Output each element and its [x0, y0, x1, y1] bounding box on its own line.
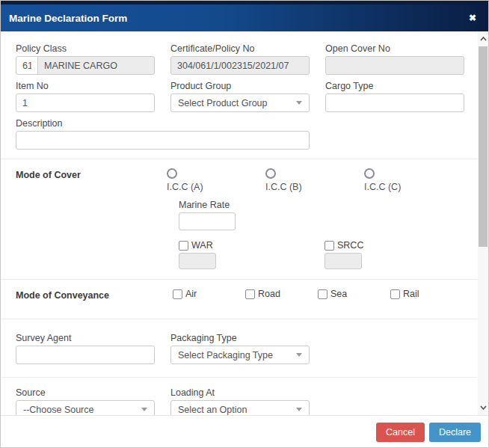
source-label: Source [16, 387, 155, 398]
close-icon[interactable]: ✖ [469, 13, 476, 22]
section-divider [1, 279, 488, 280]
source-field: Source --Choose Source [16, 387, 155, 415]
srcc-checkbox-row[interactable]: SRCC [325, 240, 363, 251]
product-group-label: Product Group [170, 81, 310, 91]
chevron-down-icon [296, 353, 302, 357]
air-label: Air [185, 289, 197, 299]
marine-rate-input[interactable] [179, 212, 236, 230]
loading-at-field: Loading At Select an Option [170, 387, 310, 415]
cargo-type-field: Cargo Type [325, 81, 464, 112]
icc-a-radio[interactable] [167, 168, 177, 179]
loading-at-selected-value: Select an Option [178, 405, 247, 415]
section-divider [1, 159, 488, 159]
road-checkbox[interactable] [245, 289, 255, 299]
war-checkbox[interactable] [179, 241, 188, 251]
policy-class-name-input [37, 56, 155, 75]
survey-packaging-row: Survey Agent Packaging Type Select Packa… [16, 333, 463, 364]
conveyance-rail-option[interactable]: Rail [390, 289, 463, 299]
packaging-type-label: Packaging Type [170, 333, 310, 343]
description-field: Description [16, 118, 310, 150]
open-cover-no-label: Open Cover No [325, 43, 464, 54]
rail-checkbox[interactable] [390, 289, 400, 299]
sea-checkbox[interactable] [318, 289, 327, 299]
marine-rate-field: Marine Rate [179, 200, 463, 230]
survey-agent-label: Survey Agent [16, 333, 155, 343]
mode-of-cover-row: Mode of Cover I.C.C (A) I.C.C (B) I.C.C … [16, 168, 463, 192]
source-loading-row: Source --Choose Source Loading At Select… [16, 387, 463, 415]
war-rate-input [179, 253, 216, 269]
icc-a-label: I.C.C (A) [167, 182, 265, 192]
cargo-type-input[interactable] [325, 93, 464, 112]
description-label: Description [16, 118, 310, 129]
rail-label: Rail [403, 289, 419, 299]
icc-b-radio[interactable] [265, 168, 276, 179]
scroll-down-icon[interactable] [478, 402, 488, 414]
sea-label: Sea [330, 289, 347, 299]
packaging-type-selected-value: Select Packaging Type [178, 350, 273, 360]
policy-class-label: Policy Class [16, 43, 155, 54]
declare-button[interactable]: Declare [429, 423, 481, 442]
icc-c-label: I.C.C (C) [364, 182, 463, 192]
war-label: WAR [191, 240, 213, 251]
source-selected-value: --Choose Source [23, 405, 94, 415]
product-group-select[interactable]: Select Product Group [170, 93, 310, 112]
source-select[interactable]: --Choose Source [16, 400, 155, 415]
cancel-button[interactable]: Cancel [376, 423, 425, 442]
certificate-policy-no-input [170, 56, 310, 75]
form-row-2: Item No Product Group Select Product Gro… [16, 81, 463, 112]
modal-footer: Cancel Declare [1, 415, 488, 448]
war-field: WAR [179, 240, 325, 269]
chevron-down-icon [296, 408, 302, 411]
vertical-scrollbar[interactable] [478, 31, 488, 415]
modal-header: Marine Declaration Form ✖ [1, 1, 488, 31]
loading-at-label: Loading At [170, 387, 310, 398]
scrollbar-thumb[interactable] [479, 46, 488, 247]
marine-declaration-modal: Marine Declaration Form ✖ Policy Class C… [0, 0, 489, 448]
packaging-type-select[interactable]: Select Packaging Type [170, 346, 310, 364]
section-divider [1, 377, 488, 378]
scroll-up-icon[interactable] [478, 33, 488, 45]
road-label: Road [258, 289, 280, 299]
air-checkbox[interactable] [173, 289, 182, 299]
war-checkbox-row[interactable]: WAR [179, 240, 325, 251]
mode-of-cover-options: I.C.C (A) I.C.C (B) I.C.C (C) [167, 168, 463, 192]
srcc-label: SRCC [337, 240, 363, 251]
certificate-policy-no-label: Certificate/Policy No [170, 43, 310, 54]
conveyance-road-option[interactable]: Road [245, 289, 318, 299]
icc-a-option: I.C.C (A) [167, 168, 265, 192]
chevron-down-icon [296, 101, 302, 105]
survey-agent-field: Survey Agent [16, 333, 155, 364]
item-no-field: Item No [16, 81, 155, 112]
policy-class-code-input[interactable] [16, 56, 38, 75]
srcc-field: SRCC [325, 240, 363, 269]
modal-title: Marine Declaration Form [9, 13, 127, 24]
description-input[interactable] [16, 131, 310, 150]
srcc-checkbox[interactable] [325, 241, 334, 251]
cargo-type-label: Cargo Type [325, 81, 464, 91]
icc-c-radio[interactable] [364, 168, 375, 179]
conveyance-air-option[interactable]: Air [173, 289, 245, 299]
conveyance-options: Air Road Sea Rail [173, 289, 463, 299]
icc-b-label: I.C.C (B) [265, 182, 364, 192]
open-cover-no-input [325, 56, 464, 75]
packaging-type-field: Packaging Type Select Packaging Type [170, 333, 310, 364]
srcc-rate-input [325, 253, 362, 269]
war-srcc-row: WAR SRCC [179, 240, 463, 269]
item-no-label: Item No [16, 81, 155, 91]
mode-of-conveyance-label: Mode of Conveyance [16, 289, 173, 301]
conveyance-sea-option[interactable]: Sea [318, 289, 390, 299]
product-group-field: Product Group Select Product Group [170, 81, 310, 112]
form-row-3: Description [16, 118, 463, 150]
icc-b-option: I.C.C (B) [265, 168, 364, 192]
section-divider [1, 319, 488, 319]
policy-class-field: Policy Class [16, 43, 155, 75]
product-group-selected-value: Select Product Group [178, 98, 268, 108]
survey-agent-input[interactable] [16, 346, 155, 364]
open-cover-no-field: Open Cover No [325, 43, 464, 75]
item-no-input[interactable] [16, 93, 155, 112]
loading-at-select[interactable]: Select an Option [170, 400, 310, 415]
form-row-1: Policy Class Certificate/Policy No Open … [16, 43, 463, 75]
modal-body: Policy Class Certificate/Policy No Open … [1, 31, 488, 415]
chevron-down-icon [141, 408, 147, 411]
mode-of-conveyance-row: Mode of Conveyance Air Road Sea Rail [16, 289, 463, 301]
